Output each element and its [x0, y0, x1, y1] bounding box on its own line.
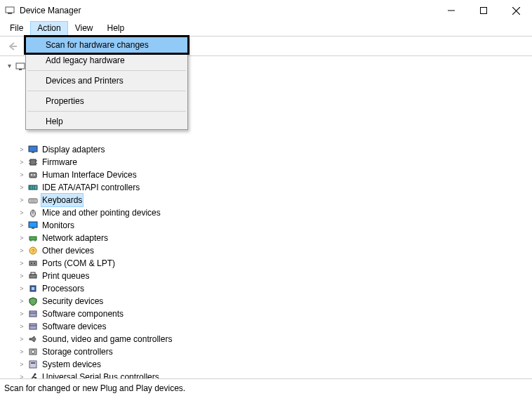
tree-node[interactable]: >Firmware: [17, 156, 532, 169]
expand-icon[interactable]: ▾: [4, 60, 14, 72]
tree-node-label: Keyboards: [41, 193, 84, 207]
tree-node[interactable]: >Monitors: [17, 219, 532, 232]
computer-icon: [15, 61, 26, 72]
expand-icon[interactable]: >: [17, 282, 27, 295]
tree-node[interactable]: >Ports (COM & LPT): [17, 257, 532, 270]
menu-properties[interactable]: Properties: [26, 93, 187, 109]
tree-node[interactable]: >Network adapters: [17, 232, 532, 244]
svg-rect-29: [29, 222, 37, 227]
menu-help[interactable]: Help: [100, 21, 132, 36]
svg-rect-50: [31, 362, 35, 364]
tree-node[interactable]: >Print queues: [17, 270, 532, 282]
svg-rect-8: [16, 63, 25, 69]
svg-rect-36: [29, 261, 36, 265]
expand-icon[interactable]: >: [17, 156, 27, 169]
expand-icon[interactable]: >: [17, 219, 27, 232]
expand-icon[interactable]: >: [17, 333, 27, 345]
tree-node[interactable]: >System devices: [17, 358, 532, 371]
tree-node[interactable]: >Security devices: [17, 295, 532, 308]
svg-rect-0: [6, 7, 14, 13]
window-title: Device Manager: [20, 6, 81, 15]
tree-node[interactable]: >Storage controllers: [17, 345, 532, 358]
tree-node-label: Processors: [41, 282, 86, 295]
back-button[interactable]: [4, 39, 21, 54]
menu-separator: [27, 111, 186, 112]
tree-node[interactable]: >Display adapters: [17, 143, 532, 156]
tree-node[interactable]: >Software components: [17, 308, 532, 320]
tree-node-label: Mice and other pointing devices: [41, 206, 162, 219]
tree-node-label: Display adapters: [41, 143, 106, 156]
mouse-icon: [27, 207, 39, 218]
tree-node-label: Universal Serial Bus controllers: [41, 371, 161, 379]
tree-node-label: Software devices: [41, 320, 107, 333]
expand-icon[interactable]: >: [17, 308, 27, 320]
menu-scan-hardware[interactable]: Scan for hardware changes: [26, 37, 187, 53]
tree-node-label: IDE ATA/ATAPI controllers: [41, 181, 141, 194]
tree-node[interactable]: >Processors: [17, 282, 532, 295]
tree-node[interactable]: >Software devices: [17, 320, 532, 333]
close-button[interactable]: [500, 0, 532, 21]
svg-rect-45: [29, 324, 36, 329]
tree-node[interactable]: >Keyboards: [17, 194, 532, 206]
svg-rect-10: [29, 146, 37, 152]
expand-icon[interactable]: >: [17, 371, 27, 379]
tree-node-label: Security devices: [41, 295, 105, 308]
other-icon: ?: [27, 245, 39, 256]
menu-devices-printers[interactable]: Devices and Printers: [26, 73, 187, 88]
svg-rect-24: [29, 199, 37, 203]
expand-icon[interactable]: >: [17, 232, 27, 244]
expand-icon[interactable]: >: [17, 194, 27, 206]
svg-rect-55: [35, 377, 36, 378]
tree-node[interactable]: >Sound, video and game controllers: [17, 333, 532, 345]
tree-node-label: System devices: [41, 358, 102, 371]
svg-rect-9: [19, 69, 22, 70]
software-icon: [27, 308, 39, 319]
tree-node[interactable]: >Mice and other pointing devices: [17, 206, 532, 219]
tree-node[interactable]: >Universal Serial Bus controllers: [17, 371, 532, 379]
sound-icon: [27, 334, 39, 345]
tree-node-label: Sound, video and game controllers: [41, 333, 173, 345]
action-dropdown: Scan for hardware changes Add legacy har…: [25, 37, 188, 130]
keyboard-icon: [27, 194, 39, 206]
menu-view[interactable]: View: [68, 21, 100, 36]
expand-icon[interactable]: >: [17, 270, 27, 282]
tree-node-label: Print queues: [41, 270, 91, 282]
tree-node[interactable]: >Human Interface Devices: [17, 169, 532, 181]
expand-icon[interactable]: >: [17, 257, 27, 270]
titlebar: Device Manager: [0, 0, 532, 21]
menu-action[interactable]: Action: [30, 21, 67, 36]
tree-node-label: Other devices: [41, 244, 95, 257]
expand-icon[interactable]: >: [17, 206, 27, 219]
expand-icon[interactable]: >: [17, 320, 27, 333]
expand-icon[interactable]: >: [17, 181, 27, 194]
expand-icon[interactable]: >: [17, 244, 27, 257]
expand-icon[interactable]: >: [17, 295, 27, 308]
svg-point-18: [31, 174, 32, 176]
monitor-icon: [27, 220, 39, 231]
expand-icon[interactable]: >: [17, 358, 27, 371]
menu-help[interactable]: Help: [26, 114, 187, 129]
svg-point-53: [34, 374, 36, 376]
svg-rect-30: [32, 227, 34, 229]
chip-icon: [27, 157, 39, 168]
tree-node-label: Software components: [41, 308, 125, 320]
minimize-button[interactable]: [435, 0, 467, 21]
menu-file[interactable]: File: [3, 21, 30, 36]
svg-rect-3: [481, 8, 487, 14]
expand-icon[interactable]: >: [17, 143, 27, 156]
tree-node[interactable]: >?Other devices: [17, 244, 532, 257]
ide-icon: [27, 182, 39, 193]
cpu-icon: [27, 283, 39, 294]
tree-node[interactable]: >IDE ATA/ATAPI controllers: [17, 181, 532, 194]
security-icon: [27, 296, 39, 307]
menubar: File Action View Help: [0, 21, 532, 37]
system-icon: [27, 359, 39, 370]
expand-icon[interactable]: >: [17, 345, 27, 358]
svg-rect-17: [29, 173, 36, 178]
statusbar: Scan for changed or new Plug and Play de…: [0, 381, 532, 396]
maximize-button[interactable]: [467, 0, 500, 21]
expand-icon[interactable]: >: [17, 169, 27, 181]
svg-rect-1: [8, 13, 12, 14]
tree-node-label: Human Interface Devices: [41, 169, 138, 181]
menu-add-legacy[interactable]: Add legacy hardware: [26, 53, 187, 68]
